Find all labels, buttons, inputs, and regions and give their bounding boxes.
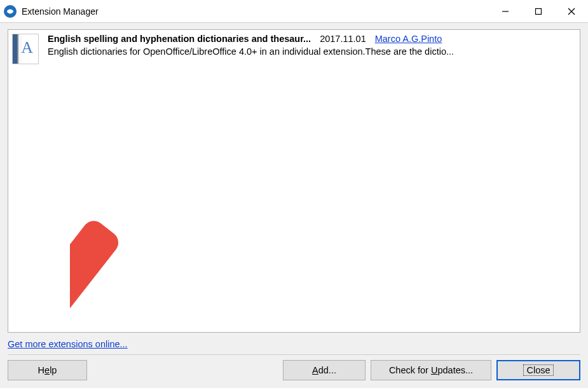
extensions-list[interactable]: English spelling and hyphenation diction… [8,29,580,333]
window-title: Extension Manager [22,6,99,17]
dialog-body: English spelling and hyphenation diction… [0,23,588,388]
help-button[interactable]: Help [8,360,87,380]
minimize-button[interactable] [489,0,522,22]
close-button[interactable]: Close [496,360,580,380]
check-updates-button[interactable]: Check for Updates... [371,360,491,380]
close-button-label: Close [523,364,553,376]
below-list-area: Get more extensions online... [8,333,580,354]
maximize-button[interactable] [522,0,555,22]
extension-info: English spelling and hyphenation diction… [48,34,575,64]
get-more-extensions-link[interactable]: Get more extensions online... [8,339,128,349]
extension-version: 2017.11.01 [320,34,366,44]
app-icon [4,5,17,18]
close-window-button[interactable] [555,0,588,22]
add-button[interactable]: Add... [283,360,366,380]
window-controls [489,0,588,22]
extension-row[interactable]: English spelling and hyphenation diction… [8,30,580,68]
extension-author-link[interactable]: Marco A.G.Pinto [375,34,442,44]
titlebar: Extension Manager [0,0,588,23]
extension-description: English dictionaries for OpenOffice/Libr… [48,46,575,57]
extension-name: English spelling and hyphenation diction… [48,34,311,44]
svg-rect-1 [536,8,542,14]
button-bar: Help Add... Check for Updates... Close [8,354,580,388]
extension-icon [12,34,39,64]
